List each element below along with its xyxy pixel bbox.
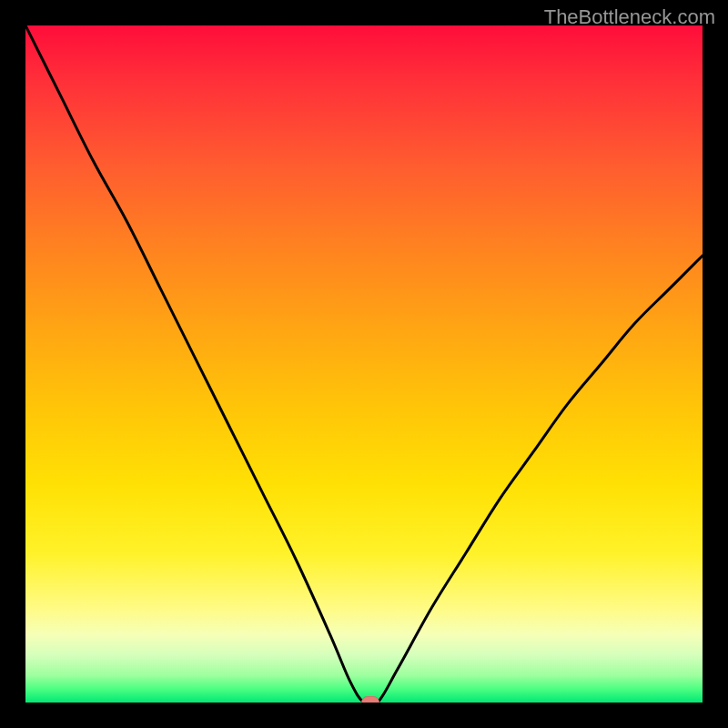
- plot-area: [25, 25, 703, 703]
- optimal-marker: [361, 696, 379, 703]
- chart-frame: TheBottleneck.com: [0, 0, 728, 728]
- bottleneck-curve: [25, 25, 703, 703]
- watermark-text: TheBottleneck.com: [544, 5, 715, 29]
